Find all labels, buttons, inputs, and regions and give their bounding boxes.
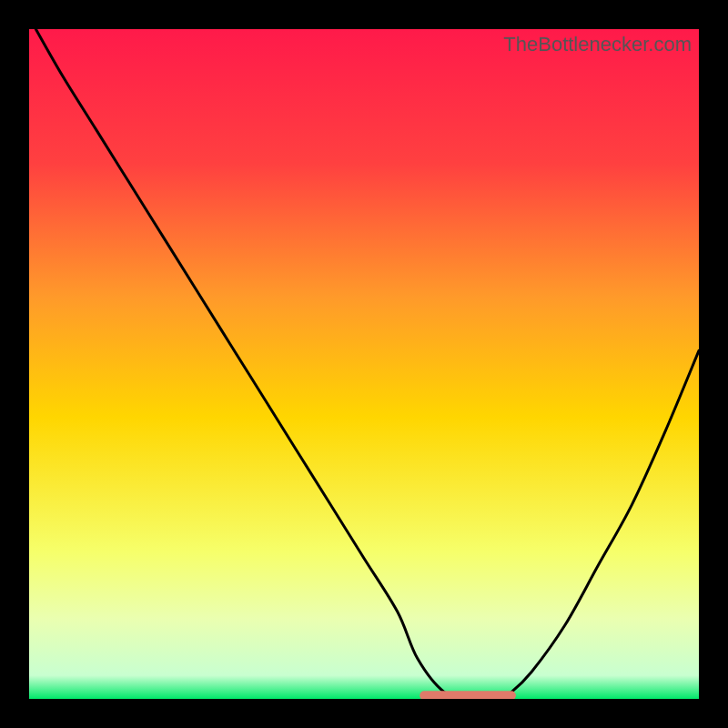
gradient-background — [29, 29, 699, 699]
chart-svg — [29, 29, 699, 699]
watermark-text: TheBottlenecker.com — [503, 33, 692, 56]
chart-frame: TheBottlenecker.com — [0, 0, 728, 728]
plot-area: TheBottlenecker.com — [29, 29, 699, 699]
